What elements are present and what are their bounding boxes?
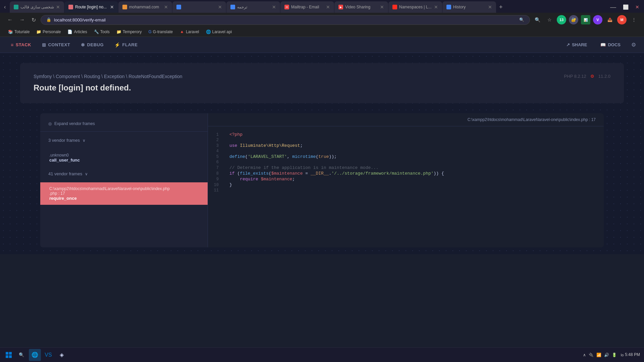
tab-close-8[interactable]: ✕ [434,4,438,10]
toolbar-context-label: CONTEXT [48,42,70,47]
vendor-frames-1-label: 3 vendor frames [48,138,80,143]
active-frame-func: require_once [49,196,200,201]
stack-icon: ≡ [11,42,14,48]
toolbar-right: ↗ SHARE 📖 DOCS ⚙ [561,39,639,51]
tab-9[interactable]: History ✕ [442,1,496,13]
extension-lock[interactable]: 🔐 [569,15,578,24]
vscode-icon: VS [45,352,52,358]
bookmark-personale[interactable]: 📁 Personale [34,29,63,35]
tab-close-3[interactable]: ✕ [164,4,168,10]
expand-vendor-frames[interactable]: ◎ Expand vendor frames [40,119,208,132]
tab-favicon-6: ✉ [284,5,289,9]
zoom-icon[interactable]: 🔍 [533,15,542,24]
reload-button[interactable]: ↻ [30,15,38,24]
tab-8[interactable]: Namespaces | L... ✕ [388,1,442,13]
bookmark-icon-personale: 📁 [36,29,41,34]
vendor-frames-group-2[interactable]: 41 vendor frames ∨ [40,168,208,180]
close-window[interactable]: ✕ [633,3,641,11]
keyboard-indicator: lo [620,353,625,357]
line-num-1: 1 [208,132,224,137]
error-namespace: Symfony \ Component \ Routing \ Exceptio… [34,74,182,79]
toolbar-debug[interactable]: ❄ DEBUG [75,40,109,50]
toolbar-context[interactable]: ⊞ CONTEXT [37,40,75,50]
code-panel: C:\xampp2\htdocs\mohammad\Laravel\larave… [208,113,604,247]
svg-rect-1 [9,352,12,355]
tab-close-9[interactable]: ✕ [488,4,492,10]
tray-up-arrow[interactable]: ∧ [583,353,586,357]
minimize-window[interactable]: — [608,2,618,12]
toolbar-flare[interactable]: ⚡ FLARE [109,40,143,50]
tab-close-1[interactable]: ✕ [56,4,60,10]
toolbar-stack[interactable]: ≡ STACK [5,40,37,50]
bookmark-articles[interactable]: 📄 Articles [65,29,90,35]
bookmark-laravel-api[interactable]: 🌐 Laravel api [203,29,235,35]
line-num-4: 4 [208,149,224,154]
vendor-frames-group-1[interactable]: 3 vendor frames ∨ [40,134,208,146]
tab-6[interactable]: ✉ Mailtrap - Email ✕ [280,1,334,13]
toolbar-docs[interactable]: 📖 DOCS [595,40,626,50]
tab-back-btn[interactable]: ‹ [3,3,7,11]
tab-7[interactable]: ▶ Video Sharing ✕ [334,1,388,13]
tab-close-4[interactable]: ✕ [218,4,222,10]
bookmark-toturiale[interactable]: 📚 Toturiale [5,29,32,35]
extension-share[interactable]: 📤 [605,15,614,24]
network-icon: 🔌 [589,353,594,357]
sound-icon: 🔊 [604,353,609,357]
user-avatar[interactable]: M [617,15,627,24]
back-button[interactable]: ← [5,15,15,24]
tab-label-2: Route [login] no... [75,5,108,9]
toolbar-share[interactable]: ↗ SHARE [561,40,593,50]
tab-3[interactable]: mohammad.com ✕ [118,1,172,13]
taskbar-browser[interactable]: 🌐 [29,349,41,361]
extensions-btn[interactable]: ⋮ [629,15,639,24]
extension-v[interactable]: V [593,15,602,24]
new-tab-button[interactable]: + [496,1,505,13]
clock[interactable]: 5:48 PM [625,352,640,358]
tab-close-6[interactable]: ✕ [326,4,330,10]
windows-logo-icon [5,352,12,358]
bookmark-laravel[interactable]: 🔺 Laravel [177,29,202,35]
line-content-5: define('LARAVEL_START', microtime(true))… [224,154,604,159]
settings-gear-icon[interactable]: ⚙ [629,39,639,51]
tab-close-5[interactable]: ✕ [272,4,276,10]
tab-close-7[interactable]: ✕ [380,4,384,10]
toolbar-debug-label: DEBUG [87,42,104,47]
toolbar-share-label: SHARE [572,42,587,47]
error-message: Route [login] not defined. [34,83,610,93]
line-content-7: // Determine if the application is in ma… [224,165,604,170]
toolbar-flare-label: FLARE [122,42,138,47]
extension-13[interactable]: 13 [557,15,566,24]
bookmark-icon-laravel-api: 🌐 [206,29,211,34]
show-desktop-button[interactable] [640,348,641,362]
tab-label-9: History [453,5,486,9]
active-frame-line-prefix: .php : [49,191,60,196]
tab-close-2[interactable]: ✕ [110,4,114,10]
frame-item-unknown[interactable]: .unknown0 call_user_func [40,149,208,167]
address-bar[interactable]: 🔒 localhost:8000/verify-email 🔍 [41,15,530,25]
bookmark-star-icon[interactable]: ☆ [545,15,554,24]
taskbar-git[interactable]: ◈ [56,349,68,361]
taskbar: 🔍 🌐 VS ◈ ∧ 🔌 📶 🔊 🔋 lo 5:48 PM [0,347,644,362]
taskbar-vscode[interactable]: VS [42,349,54,361]
toolbar-docs-label: DOCS [608,42,621,47]
vendor-frames-2-label: 41 vendor frames [48,171,82,176]
start-button[interactable] [3,349,15,361]
tab-2-active[interactable]: Route [login] no... ✕ [64,1,118,13]
frame-item-active[interactable]: C:\xampp2\htdocs\mohammad\Laravel\larave… [40,182,208,205]
toolbar-stack-label: STACK [16,42,31,47]
active-frame-ext: .php [162,186,170,191]
bookmark-tools[interactable]: 🔧 Tools [91,29,112,35]
bookmark-gtranslate[interactable]: G G-translate [146,29,175,35]
extension-sheets[interactable]: 📊 [581,15,590,24]
bookmark-label-gtranslate: G-translate [153,29,173,34]
bookmark-label-personale: Personale [43,29,61,34]
tab-4[interactable]: ✕ [172,1,226,13]
forward-button[interactable]: → [17,15,27,24]
tab-1[interactable]: شخصی سازی قالب ✕ [10,1,64,13]
bookmark-temperory[interactable]: 📁 Temperory [114,29,145,35]
line-num-10: 10 [208,183,224,187]
code-file-path: C:\xampp2\htdocs\mohammad\Laravel\larave… [468,117,591,122]
tab-5[interactable]: ترجمه ✕ [226,1,280,13]
maximize-window[interactable]: ⬜ [621,3,631,11]
taskbar-search[interactable]: 🔍 [15,349,28,361]
